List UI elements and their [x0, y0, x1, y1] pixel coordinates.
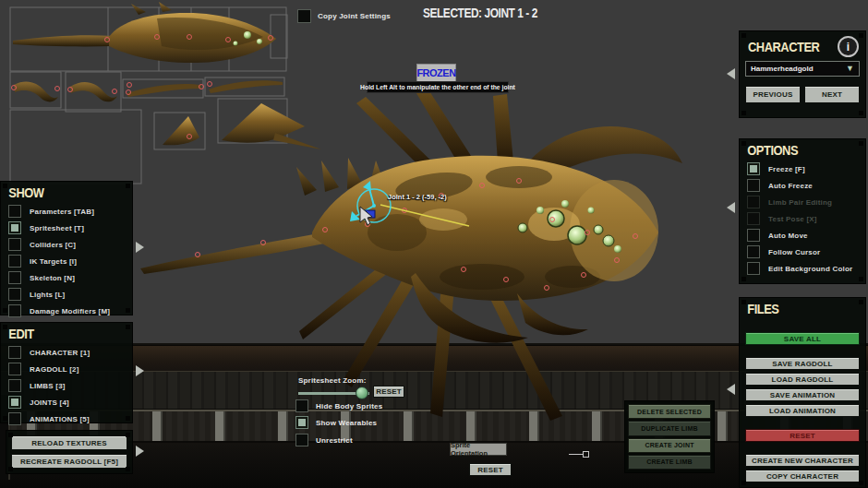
joint-tooltip: Hold Left Alt to manipulate the other en… [367, 81, 509, 93]
hide-body-sprites-label: Hide Body Sprites [316, 402, 382, 411]
checkbox[interactable] [8, 238, 21, 251]
character-editor-window: Joint 1 - 2 (-59, -2) Copy Joint Setting… [0, 0, 868, 488]
checkbox [747, 196, 760, 208]
checkbox-label: Limb Pair Editing [768, 198, 832, 207]
edit-panel: EDIT CHARACTER [1] RAGDOLL [2] LIMBS [3]… [0, 322, 133, 423]
previous-character-button[interactable]: PREVIOUS [745, 86, 801, 103]
copy-character-button[interactable]: COPY CHARACTER [745, 470, 860, 482]
show-item-lights[interactable]: Lights [L] [1, 286, 132, 303]
duplicate-limb-button[interactable]: DUPLICATE LIMB [628, 421, 711, 435]
edit-panel-expand-arrow[interactable] [136, 365, 144, 376]
show-item-spritesheet[interactable]: Spritesheet [T] [1, 220, 132, 236]
checkbox[interactable] [8, 396, 21, 409]
show-wearables-checkbox[interactable] [295, 416, 308, 429]
orientation-dial-widget[interactable] [569, 454, 584, 455]
checkbox-label: Spritesheet [T] [30, 224, 84, 232]
files-panel-collapse-arrow[interactable] [727, 384, 735, 395]
joint-label: Joint 1 - 2 (-59, -2) [388, 193, 447, 201]
copy-joint-settings-label: Copy Joint Settings [318, 12, 391, 20]
sprite-orientation-reset-button[interactable]: RESET [469, 463, 512, 476]
spritesheet-zoom-reset-button[interactable]: RESET [373, 386, 404, 398]
texture-tools-expand-arrow[interactable] [136, 446, 144, 457]
create-limb-button[interactable]: CREATE LIMB [628, 455, 711, 470]
checkbox[interactable] [8, 304, 21, 317]
checkbox[interactable] [747, 262, 760, 275]
checkbox-label: IK Targets [I] [30, 257, 77, 266]
sprite-orientation-label: Sprite Orientation [450, 443, 507, 456]
unrestrict-label: Unrestrict [316, 436, 353, 445]
texture-tools-panel: RELOAD TEXTURES RECREATE RAGDOLL [F5] [6, 430, 133, 474]
copy-joint-settings-checkbox[interactable] [297, 9, 311, 23]
options-panel-collapse-arrow[interactable] [727, 202, 735, 213]
recreate-ragdoll-button[interactable]: RECREATE RAGDOLL [F5] [11, 454, 127, 469]
options-panel-title: OPTIONS [740, 139, 855, 161]
save-all-button[interactable]: SAVE ALL [745, 332, 860, 345]
main-character-art[interactable] [140, 84, 682, 421]
checkbox[interactable] [8, 205, 21, 218]
spritesheet-zoom-slider-knob[interactable] [356, 387, 368, 399]
checkbox[interactable] [8, 363, 21, 375]
edit-item-ragdoll[interactable]: RAGDOLL [2] [1, 361, 132, 377]
option-edit-background-color[interactable]: Edit Background Color [740, 260, 865, 277]
checkbox-label: Edit Background Color [768, 265, 852, 273]
next-character-button[interactable]: NEXT [804, 86, 860, 103]
checkbox[interactable] [747, 229, 760, 242]
checkbox[interactable] [8, 379, 21, 392]
option-auto-move[interactable]: Auto Move [740, 227, 865, 244]
option-test-pose: Test Pose [X] [740, 210, 865, 227]
checkbox-label: JOINTS [4] [30, 399, 69, 407]
info-icon[interactable]: i [838, 36, 859, 57]
checkbox-label: Damage Modifiers [M] [30, 307, 110, 315]
load-ragdoll-button[interactable]: LOAD RAGDOLL [745, 373, 860, 386]
files-panel-title: FILES [740, 298, 855, 319]
delete-selected-button[interactable]: DELETE SELECTED [628, 404, 711, 419]
checkbox-label: ANIMATIONS [5] [30, 415, 90, 423]
checkbox[interactable] [8, 346, 21, 359]
reset-button[interactable]: RESET [745, 429, 860, 442]
unrestrict-checkbox[interactable] [295, 434, 308, 446]
hide-body-sprites-checkbox[interactable] [295, 399, 308, 412]
checkbox-label: Parameters [TAB] [30, 208, 94, 216]
checkbox-label: Freeze [F] [768, 165, 805, 173]
show-item-skeleton[interactable]: Skeleton [N] [1, 269, 132, 286]
character-dropdown[interactable]: Hammerheadgold ▼ [745, 61, 860, 77]
edit-item-joints[interactable]: JOINTS [4] [1, 394, 132, 411]
checkbox-label: Auto Move [768, 232, 808, 240]
option-follow-cursor[interactable]: Follow Cursor [740, 244, 865, 260]
edit-panel-title: EDIT [1, 323, 122, 344]
checkbox-label: Test Pose [X] [768, 215, 817, 223]
create-joint-button[interactable]: CREATE JOINT [628, 438, 711, 453]
checkbox[interactable] [747, 162, 760, 175]
save-ragdoll-button[interactable]: SAVE RAGDOLL [745, 357, 860, 370]
checkbox[interactable] [8, 288, 21, 301]
checkbox[interactable] [8, 255, 21, 268]
checkbox[interactable] [747, 245, 760, 258]
show-panel: SHOW Parameters [TAB] Spritesheet [T] Co… [0, 181, 133, 315]
files-panel: FILES SAVE ALL SAVE RAGDOLL LOAD RAGDOLL… [739, 297, 866, 488]
edit-item-animations[interactable]: ANIMATIONS [5] [1, 411, 132, 427]
frozen-badge: FROZEN [416, 64, 456, 82]
character-dropdown-value: Hammerheadgold [751, 65, 814, 73]
option-limb-pair-editing: Limb Pair Editing [740, 194, 865, 210]
save-animation-button[interactable]: SAVE ANIMATION [745, 388, 860, 401]
edit-item-character[interactable]: CHARACTER [1] [1, 344, 132, 361]
show-item-ik-targets[interactable]: IK Targets [I] [1, 253, 132, 269]
show-item-damage-modifiers[interactable]: Damage Modifiers [M] [1, 303, 132, 319]
show-item-colliders[interactable]: Colliders [C] [1, 236, 132, 253]
checkbox[interactable] [8, 412, 21, 425]
checkbox[interactable] [8, 271, 21, 284]
show-item-parameters[interactable]: Parameters [TAB] [1, 203, 132, 220]
show-panel-expand-arrow[interactable] [136, 242, 144, 253]
character-panel-collapse-arrow[interactable] [727, 68, 735, 79]
create-new-character-button[interactable]: CREATE NEW CHARACTER [745, 454, 860, 467]
orientation-dial-handle[interactable] [583, 451, 589, 458]
checkbox [747, 212, 760, 225]
load-animation-button[interactable]: LOAD ANIMATION [745, 404, 860, 417]
checkbox[interactable] [747, 179, 760, 192]
option-freeze[interactable]: Freeze [F] [740, 161, 865, 177]
spritesheet-sprites[interactable] [13, 2, 321, 149]
checkbox[interactable] [8, 221, 21, 234]
reload-textures-button[interactable]: RELOAD TEXTURES [11, 435, 127, 450]
edit-item-limbs[interactable]: LIMBS [3] [1, 377, 132, 394]
option-auto-freeze[interactable]: Auto Freeze [740, 177, 865, 194]
